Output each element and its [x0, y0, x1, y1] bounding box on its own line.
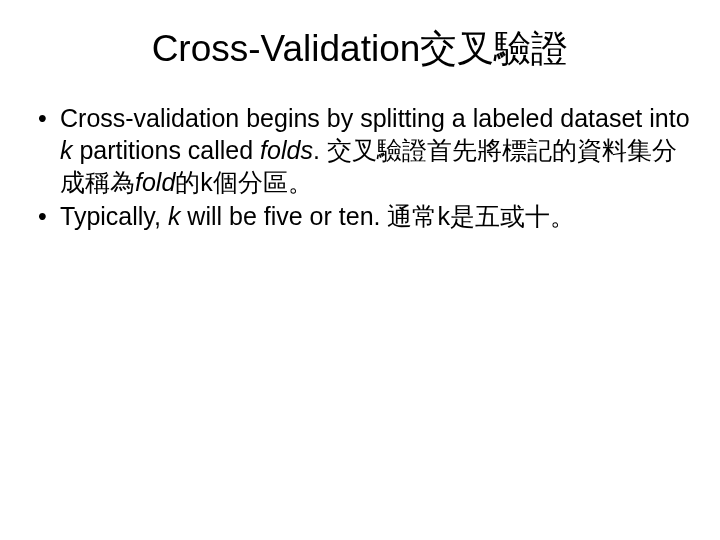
text-run: 的k個分區。: [175, 168, 313, 196]
text-run: Typically,: [60, 202, 168, 230]
text-run: will be five or ten. 通常k是五或十。: [180, 202, 575, 230]
list-item: Cross-validation begins by splitting a l…: [32, 102, 692, 198]
text-run-italic: k: [60, 136, 73, 164]
text-run-italic: folds: [260, 136, 313, 164]
slide-body: Cross-validation begins by splitting a l…: [28, 102, 692, 232]
text-run: Cross-validation begins by splitting a l…: [60, 104, 690, 132]
text-run-italic: k: [168, 202, 181, 230]
text-run: partitions called: [73, 136, 261, 164]
bullet-list: Cross-validation begins by splitting a l…: [32, 102, 692, 232]
text-run-italic: fold: [135, 168, 175, 196]
slide-title: Cross-Validation交叉驗證: [28, 24, 692, 74]
list-item: Typically, k will be five or ten. 通常k是五或…: [32, 200, 692, 232]
slide: Cross-Validation交叉驗證 Cross-validation be…: [0, 0, 720, 540]
